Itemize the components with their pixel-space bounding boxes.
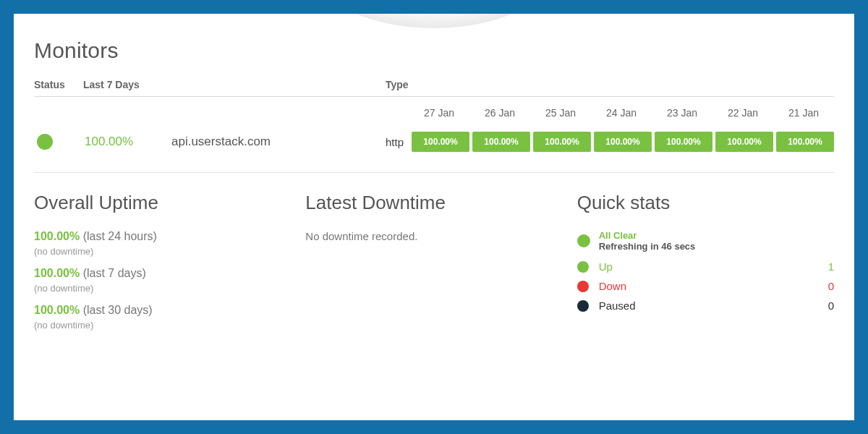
quick-stats-status-text: All Clear Refreshing in 46 secs (599, 230, 696, 252)
date-cell: 23 Jan (652, 107, 712, 119)
all-clear-label: All Clear (599, 230, 696, 241)
quick-stats-paused-row: Paused 0 (577, 299, 834, 312)
monitor-row[interactable]: 100.00% api.userstack.com http 100.00% 1… (34, 132, 834, 152)
date-cell: 22 Jan (712, 107, 773, 119)
latest-downtime-section: Latest Downtime No downtime recorded. (305, 192, 562, 341)
down-dot-icon (577, 281, 589, 292)
refresh-countdown: Refreshing in 46 secs (599, 241, 696, 252)
uptime-range: (last 24 hours) (83, 230, 157, 242)
uptime-range: (last 30 days) (83, 304, 153, 316)
dates-row: 27 Jan 26 Jan 25 Jan 24 Jan 23 Jan 22 Ja… (34, 107, 834, 119)
header-status: Status (34, 79, 83, 90)
down-label: Down (599, 280, 818, 292)
quick-stats-down-row: Down 0 (577, 280, 834, 292)
uptime-pct: 100.00% (34, 304, 80, 316)
downtime-message: No downtime recorded. (305, 230, 562, 242)
page-title: Monitors (34, 38, 834, 63)
header-type: Type (386, 79, 834, 90)
uptime-7d: 100.00% (last 7 days) (34, 267, 291, 280)
latest-downtime-title: Latest Downtime (305, 192, 562, 214)
quick-stats-title: Quick stats (577, 192, 834, 214)
uptime-24h: 100.00% (last 24 hours) (34, 230, 291, 243)
quick-stats-section: Quick stats All Clear Refreshing in 46 s… (577, 192, 834, 341)
day-uptime-pill: 100.00% (594, 132, 652, 152)
monitor-uptime: 100.00% (85, 135, 164, 149)
daily-uptime-pills: 100.00% 100.00% 100.00% 100.00% 100.00% … (412, 132, 834, 152)
quick-stats-status: All Clear Refreshing in 46 secs (577, 230, 834, 252)
day-uptime-pill: 100.00% (472, 132, 530, 152)
day-uptime-pill: 100.00% (715, 132, 773, 152)
up-dot-icon (577, 261, 589, 273)
paused-dot-icon (577, 300, 589, 312)
down-count: 0 (828, 280, 834, 292)
date-cell: 25 Jan (530, 107, 591, 119)
day-uptime-pill: 100.00% (776, 132, 834, 152)
up-label: Up (599, 260, 818, 273)
monitors-table-header: Status Last 7 Days Type (34, 79, 834, 97)
date-cell: 26 Jan (469, 107, 530, 119)
paused-count: 0 (828, 299, 834, 312)
all-clear-icon (577, 234, 590, 247)
overall-uptime-section: Overall Uptime 100.00% (last 24 hours) (… (34, 192, 291, 341)
paused-label: Paused (599, 299, 818, 312)
dashboard-panel: Monitors Status Last 7 Days Type 27 Jan … (14, 14, 854, 420)
section-divider (34, 172, 834, 173)
date-cell: 21 Jan (773, 107, 834, 119)
overall-uptime-title: Overall Uptime (34, 192, 291, 214)
uptime-range: (last 7 days) (83, 267, 146, 279)
day-uptime-pill: 100.00% (533, 132, 591, 152)
uptime-note: (no downtime) (34, 283, 291, 294)
stats-columns: Overall Uptime 100.00% (last 24 hours) (… (34, 192, 834, 341)
uptime-pct: 100.00% (34, 267, 80, 279)
up-count: 1 (828, 260, 834, 273)
decorative-arc (304, 14, 564, 28)
uptime-note: (no downtime) (34, 246, 291, 257)
date-cell: 27 Jan (409, 107, 469, 119)
uptime-30d: 100.00% (last 30 days) (34, 304, 291, 317)
day-uptime-pill: 100.00% (412, 132, 469, 152)
monitor-name[interactable]: api.userstack.com (171, 135, 386, 149)
quick-stats-up-row: Up 1 (577, 260, 834, 273)
uptime-note: (no downtime) (34, 320, 291, 331)
monitor-type: http (386, 136, 412, 148)
status-up-icon (37, 134, 53, 150)
uptime-pct: 100.00% (34, 230, 80, 242)
date-cell: 24 Jan (591, 107, 652, 119)
day-uptime-pill: 100.00% (655, 132, 712, 152)
header-last7: Last 7 Days (83, 79, 386, 90)
monitor-type-column: http 100.00% 100.00% 100.00% 100.00% 100… (386, 132, 834, 152)
